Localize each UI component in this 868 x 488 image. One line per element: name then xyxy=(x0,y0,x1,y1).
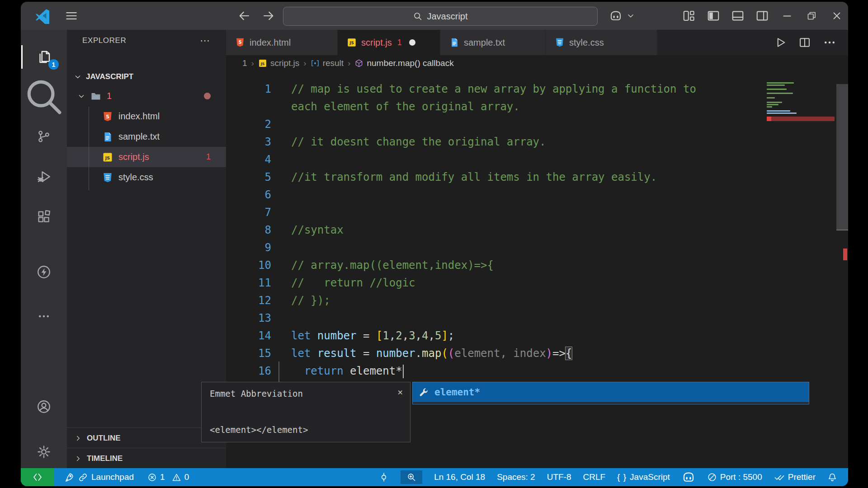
activity-item-thunder-client[interactable] xyxy=(21,255,67,289)
suggestion-item-selected[interactable]: element* xyxy=(413,382,809,402)
status-item-prettier[interactable]: Prettier xyxy=(774,472,816,483)
sidebar-item-index.html[interactable]: 5index.html xyxy=(67,106,226,127)
activity-item-run-debug[interactable] xyxy=(21,160,67,194)
code-token: // array.map((element,index)=>{ xyxy=(291,259,494,272)
activity-item-settings[interactable] xyxy=(21,435,67,469)
bell-icon xyxy=(827,472,837,482)
code-line-10: 10// array.map((element,index)=>{ xyxy=(226,257,848,274)
scrollbar-thumb[interactable] xyxy=(836,84,848,230)
activity-badge: 1 xyxy=(48,59,59,70)
activity-item-source-control[interactable] xyxy=(21,119,67,154)
copilot-icon[interactable] xyxy=(609,9,623,23)
workspace-section[interactable]: JAVASCRIPT xyxy=(67,68,226,86)
tab-script.js[interactable]: JSscript.js1 xyxy=(338,30,440,55)
close-icon[interactable]: ✕ xyxy=(398,387,403,397)
chevron-down-icon[interactable] xyxy=(626,9,636,23)
activity-item-extensions[interactable] xyxy=(21,200,67,234)
command-center-search[interactable]: Javascript xyxy=(283,7,598,26)
file-name: style.css xyxy=(118,172,153,183)
activity-item-explorer[interactable]: 1 xyxy=(21,40,67,74)
status-item-problems[interactable]: 10 xyxy=(147,472,189,482)
toggle-secondary-sidebar-icon[interactable] xyxy=(755,9,769,23)
sidebar-item-sample.txt[interactable]: sample.txt xyxy=(67,127,226,147)
breadcrumb-label: script.js xyxy=(270,58,299,68)
tab-index.html[interactable]: 5index.html xyxy=(226,30,338,55)
code-line-text xyxy=(291,186,297,204)
code-token: element, xyxy=(454,347,507,360)
minimap[interactable] xyxy=(767,82,835,132)
line-number: 1 xyxy=(226,80,271,98)
line-number: 10 xyxy=(226,257,271,274)
back-arrow-icon[interactable] xyxy=(237,9,251,23)
status-item-zoom[interactable] xyxy=(401,470,422,484)
folder-name: 1 xyxy=(107,91,112,101)
breadcrumb-item[interactable]: 1 xyxy=(242,58,247,68)
status-item-notifications[interactable] xyxy=(827,472,837,482)
status-item-live-server-port[interactable]: Port : 5500 xyxy=(707,472,762,482)
sidebar-item-script.js[interactable]: JSscript.js1 xyxy=(67,147,226,167)
menu-icon[interactable] xyxy=(64,9,79,23)
breadcrumb-item[interactable]: number.map() callback xyxy=(354,58,453,68)
code-token: , xyxy=(415,329,422,342)
scrollbar-error-marker xyxy=(843,249,847,260)
code-token: ( xyxy=(441,347,448,360)
code-token xyxy=(311,329,317,342)
code-line-text: return element* xyxy=(291,362,404,380)
chevron-down-icon xyxy=(73,72,82,81)
timeline-label: TIMELINE xyxy=(87,454,123,463)
status-item-encoding[interactable]: UTF-8 xyxy=(547,472,571,482)
status-item-copilot[interactable] xyxy=(682,470,695,484)
code-token: let xyxy=(291,329,311,342)
suggestion-label: element* xyxy=(434,387,480,398)
editor-action-run-icon[interactable] xyxy=(774,36,787,49)
breadcrumb-item[interactable]: result xyxy=(311,58,344,68)
breadcrumb-item[interactable]: JSscript.js xyxy=(258,58,299,68)
code-token xyxy=(291,365,304,377)
remote-indicator[interactable] xyxy=(21,468,54,486)
status-item-launchpad[interactable]: Launchpad xyxy=(64,472,134,483)
code-token: => xyxy=(552,347,566,360)
code-token: 4 xyxy=(422,329,428,342)
toggle-sidebar-icon[interactable] xyxy=(706,9,721,23)
tab-sample.txt[interactable]: sample.txt xyxy=(440,30,546,55)
folder-row[interactable]: 1 xyxy=(67,86,226,106)
line-number: 9 xyxy=(226,239,271,257)
status-label: Launchpad xyxy=(91,472,134,482)
timeline-panel-header[interactable]: TIMELINE xyxy=(67,448,226,469)
editor-action-split-editor-icon[interactable] xyxy=(798,36,811,49)
code-token: 2 xyxy=(396,329,402,342)
gear-icon xyxy=(36,444,52,460)
activity-item-search[interactable] xyxy=(21,80,67,114)
activity-item-more-views[interactable] xyxy=(21,299,67,333)
chevron-right-icon xyxy=(74,455,82,463)
minimize-icon[interactable] xyxy=(779,9,795,23)
activity-item-account[interactable] xyxy=(21,389,67,424)
code-token: ) xyxy=(546,347,552,360)
forward-arrow-icon[interactable] xyxy=(261,9,276,23)
emmet-popup-title: Emmet Abbreviation xyxy=(210,389,303,399)
status-item-eol[interactable]: CRLF xyxy=(583,472,605,482)
line-number: 11 xyxy=(226,274,271,292)
status-item-cursor-position[interactable]: Ln 16, Col 18 xyxy=(434,472,485,482)
code-line-7: 7 xyxy=(226,204,848,221)
status-label: Spaces: 2 xyxy=(497,472,535,482)
code-line-1: each element of the original array. xyxy=(226,98,848,116)
customize-layout-icon[interactable] xyxy=(682,9,696,23)
status-item-screencast[interactable] xyxy=(379,472,389,482)
editor-action-more-actions-icon[interactable] xyxy=(823,36,836,49)
minimap-line xyxy=(767,97,775,99)
toggle-panel-icon[interactable] xyxy=(731,9,745,23)
file-name: script.js xyxy=(118,152,149,162)
close-icon[interactable] xyxy=(829,9,844,23)
code-token: = xyxy=(357,347,376,360)
minimap-line xyxy=(767,106,772,108)
sidebar-item-style.css[interactable]: style.css xyxy=(67,167,226,188)
editor-scrollbar[interactable] xyxy=(836,71,848,468)
status-item-language-mode[interactable]: { }JavaScript xyxy=(617,472,670,482)
js-icon: JS xyxy=(258,59,267,68)
link-icon xyxy=(78,472,88,483)
tab-style.css[interactable]: style.css xyxy=(546,30,657,55)
status-item-indentation[interactable]: Spaces: 2 xyxy=(497,472,535,482)
restore-icon[interactable] xyxy=(804,9,819,23)
explorer-more-actions-icon[interactable]: ⋯ xyxy=(200,35,211,47)
